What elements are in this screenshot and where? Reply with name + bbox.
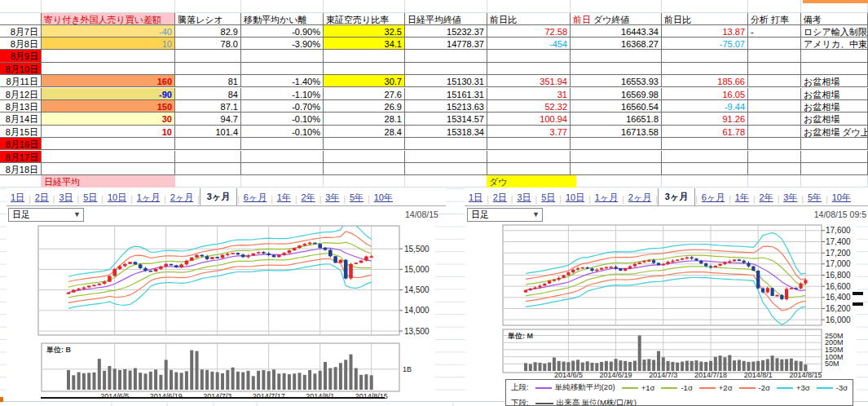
cell-dow-close[interactable] (571, 138, 662, 150)
grid-cell[interactable] (571, 0, 662, 13)
cell-nikkei-diff[interactable] (487, 63, 571, 75)
cell-dow-diff[interactable]: 61.78 (662, 126, 748, 138)
cell-date[interactable]: 8月18日 (0, 163, 42, 175)
cell-short-ratio[interactable]: 26.9 (324, 100, 405, 113)
header-analysis[interactable]: 分析 打率 (748, 13, 801, 25)
cell-date[interactable]: 8月7日 (0, 25, 42, 38)
cell-short-ratio[interactable]: 27.6 (324, 88, 405, 100)
cell-foreign-balance[interactable]: 30 (42, 113, 175, 125)
tab-dow-3日[interactable]: 3日 (513, 190, 535, 205)
cell-analysis[interactable] (748, 38, 801, 50)
cell-date[interactable]: 8月11日 (0, 75, 42, 87)
cell-remark[interactable] (801, 151, 868, 163)
cell-date[interactable]: 8月12日 (0, 88, 42, 100)
tab-dow-5年[interactable]: 5年 (804, 190, 826, 205)
cell-updown-ratio[interactable] (175, 151, 241, 163)
cell-analysis[interactable] (748, 138, 801, 150)
tab-nikkei-3日[interactable]: 3日 (55, 190, 77, 205)
cell-nikkei-close[interactable]: 15161.31 (405, 88, 487, 100)
tab-nikkei-10年[interactable]: 10年 (370, 190, 397, 205)
cell-ma-deviation[interactable]: -0.90% (241, 25, 324, 38)
cell-nikkei-diff[interactable]: 3.77 (487, 126, 571, 138)
cell-foreign-balance[interactable]: 10 (42, 38, 175, 50)
cell-nikkei-diff[interactable] (487, 163, 571, 175)
cell-updown-ratio[interactable]: 84 (175, 88, 241, 100)
cell-nikkei-close[interactable]: 15213.63 (405, 100, 487, 113)
cell-remark[interactable]: お盆相場 ダウ上 (801, 126, 868, 138)
cell-nikkei-diff[interactable] (487, 50, 571, 62)
cell-updown-ratio[interactable]: 101.4 (175, 126, 241, 138)
cell-ma-deviation[interactable]: -0.70% (241, 100, 324, 113)
tab-nikkei-5日[interactable]: 5日 (79, 190, 101, 205)
cell-dow-diff[interactable]: 16.05 (662, 88, 748, 100)
grid-cell[interactable] (42, 0, 175, 13)
cell-ma-deviation[interactable]: -0.10% (241, 126, 324, 138)
header-short-ratio[interactable]: 東証空売り比率 (324, 13, 405, 25)
grid-cell[interactable] (748, 0, 801, 13)
header-nikkei-close[interactable]: 日経平均終値 (405, 13, 487, 25)
cell-nikkei-diff[interactable]: 351.94 (487, 75, 571, 87)
cell-dow-diff[interactable] (662, 163, 748, 175)
cell-nikkei-close[interactable]: 15232.37 (405, 25, 487, 38)
cell-analysis[interactable] (748, 88, 801, 100)
cell-dow-close[interactable] (571, 50, 662, 62)
cell-dow-diff[interactable]: 185.66 (662, 75, 748, 87)
cell-nikkei-close[interactable]: 15318.34 (405, 126, 487, 138)
cell-date[interactable]: 8月9日 (0, 50, 42, 62)
tab-nikkei-2年[interactable]: 2年 (297, 190, 319, 205)
grid-cell[interactable] (748, 175, 801, 188)
cell-date[interactable]: 8月15日 (0, 126, 42, 138)
grid-cell[interactable] (241, 0, 324, 13)
cell-dow-diff[interactable] (662, 63, 748, 75)
cell-analysis[interactable] (748, 50, 801, 62)
cell-date[interactable]: 8月13日 (0, 100, 42, 113)
cell-dow-diff[interactable]: -75.07 (662, 38, 748, 50)
cell-dow-diff[interactable]: 91.26 (662, 113, 748, 125)
tab-dow-3ヶ月[interactable]: 3ヶ月 (658, 188, 695, 206)
cell-foreign-balance[interactable] (42, 63, 175, 75)
cell-nikkei-close[interactable] (405, 151, 487, 163)
cell-remark[interactable]: お盆相場 (801, 75, 868, 87)
cell-ma-deviation[interactable] (241, 151, 324, 163)
cell-updown-ratio[interactable] (175, 163, 241, 175)
cell-dow-diff[interactable] (662, 50, 748, 62)
tab-dow-10年[interactable]: 10年 (828, 190, 855, 205)
cell-short-ratio[interactable]: 28.4 (324, 126, 405, 138)
tab-nikkei-2日[interactable]: 2日 (31, 190, 53, 205)
cell-dow-close[interactable] (571, 63, 662, 75)
tab-dow-5日[interactable]: 5日 (537, 190, 559, 205)
cell-ma-deviation[interactable]: -1.10% (241, 88, 324, 100)
cell-short-ratio[interactable]: 28.1 (324, 113, 405, 125)
grid-cell[interactable] (241, 175, 324, 188)
tab-dow-10日[interactable]: 10日 (562, 190, 588, 205)
tab-nikkei-10日[interactable]: 10日 (104, 190, 130, 205)
grid-cell[interactable] (405, 175, 487, 188)
cell-dow-close[interactable]: 16651.8 (571, 113, 662, 125)
cell-nikkei-diff[interactable] (487, 151, 571, 163)
header-prev-diff[interactable]: 前日比 (487, 13, 571, 25)
cell-date[interactable]: 8月17日 (0, 151, 42, 163)
cell-analysis[interactable] (748, 126, 801, 138)
cell-analysis[interactable] (748, 63, 801, 75)
cell-short-ratio[interactable] (324, 63, 405, 75)
cell-dow-close[interactable]: 16553.93 (571, 75, 662, 87)
tab-nikkei-3ヶ月[interactable]: 3ヶ月 (200, 188, 237, 206)
cell-updown-ratio[interactable]: 94.7 (175, 113, 241, 125)
cell-nikkei-diff[interactable]: 72.58 (487, 25, 571, 38)
cell-remark[interactable]: お盆相場 (801, 100, 868, 113)
cell-short-ratio[interactable]: 34.1 (324, 38, 405, 50)
cell-nikkei-diff[interactable]: 31 (487, 88, 571, 100)
tab-nikkei-1ヶ月[interactable]: 1ヶ月 (133, 190, 164, 205)
tab-dow-2日[interactable]: 2日 (489, 190, 511, 205)
grid-cell[interactable] (175, 175, 241, 188)
cell-remark[interactable]: アメリカ、中東へ (801, 38, 868, 50)
header-empty[interactable] (0, 13, 42, 25)
cell-foreign-balance[interactable] (42, 163, 175, 175)
cell-remark[interactable]: お盆相場 (801, 88, 868, 100)
grid-cell[interactable] (801, 175, 868, 188)
cell-dow-close[interactable]: 16368.27 (571, 38, 662, 50)
cell-remark[interactable] (801, 163, 868, 175)
cell-remark[interactable]: お盆相場 (801, 113, 868, 125)
header-dow-close[interactable]: 前日 ダウ終値 (571, 13, 662, 25)
cell-updown-ratio[interactable] (175, 50, 241, 62)
